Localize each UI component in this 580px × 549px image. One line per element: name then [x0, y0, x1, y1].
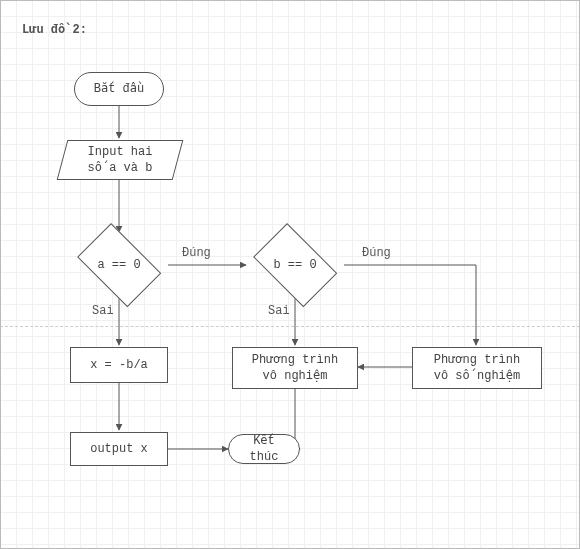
node-output-x-label: output x	[90, 441, 148, 457]
edge-label-b-true: Đúng	[362, 246, 391, 260]
node-input-ab-label: Input haisố a và b	[62, 140, 178, 180]
node-start: Bắt đầu	[74, 72, 164, 106]
node-output-x: output x	[70, 432, 168, 466]
node-inf-solution: Phương trìnhvô số nghiệm	[412, 347, 542, 389]
node-calc-x-label: x = -b/a	[90, 357, 148, 373]
node-input-ab: Input haisố a và b	[62, 140, 178, 180]
node-no-solution-label: Phương trìnhvô nghiệm	[252, 352, 338, 384]
edge-label-b-false: Sai	[268, 304, 290, 318]
node-inf-solution-label: Phương trìnhvô số nghiệm	[434, 352, 520, 384]
edge-label-a-true: Đúng	[182, 246, 211, 260]
node-decision-b-label: b == 0	[246, 232, 344, 298]
node-end: Kết thúc	[228, 434, 300, 464]
node-no-solution: Phương trìnhvô nghiệm	[232, 347, 358, 389]
node-decision-a-label: a == 0	[70, 232, 168, 298]
edge-label-a-false: Sai	[92, 304, 114, 318]
flowchart-canvas: Lưu đồ 2: Bắt đầu Input hai	[0, 0, 580, 549]
node-decision-a: a == 0	[70, 232, 168, 298]
node-start-label: Bắt đầu	[94, 81, 144, 97]
node-calc-x: x = -b/a	[70, 347, 168, 383]
node-end-label: Kết thúc	[237, 433, 291, 465]
node-decision-b: b == 0	[246, 232, 344, 298]
